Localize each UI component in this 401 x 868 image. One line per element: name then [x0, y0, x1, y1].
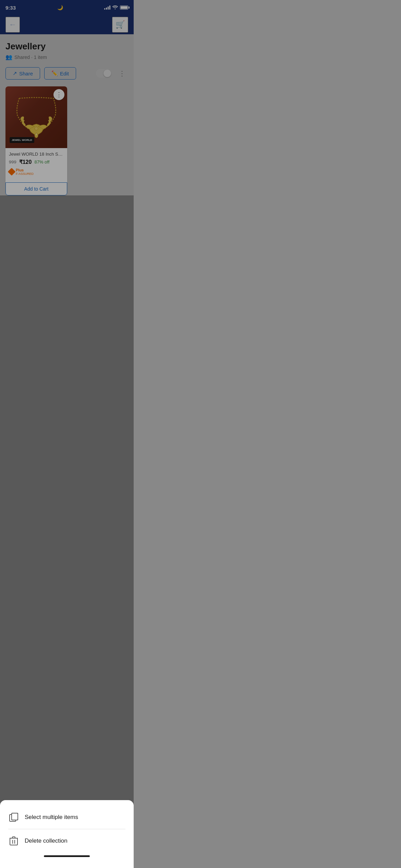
overlay[interactable] — [0, 0, 134, 289]
